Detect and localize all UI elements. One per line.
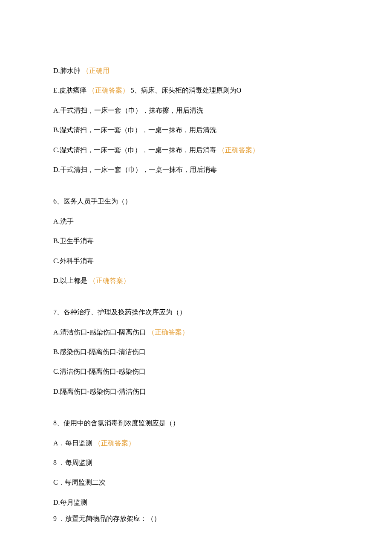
spacer: [53, 185, 339, 197]
q7-option-b: B.感染伤口-隔离伤口-清洁伤口: [53, 347, 339, 357]
q7-option-a: A.清洁伤口-感染伤口-隔离伤口 （正确答案）: [53, 328, 339, 337]
option-text: C.清洁伤口-隔离伤口-感染伤口: [53, 368, 146, 375]
q8-option-b: 8 ．每周监测: [53, 458, 339, 468]
option-text: A．每日监测: [53, 439, 94, 447]
question-7: 7、各种治疗、护理及换药操作次序应为（）: [53, 308, 339, 317]
option-text: B.湿式清扫，一床一套（巾），一桌一抹布，用后清洗: [53, 126, 216, 134]
q5-option-c: C.湿式清扫，一床一套（巾），一桌一抹布，用后消毒 （正确答案）: [53, 145, 339, 155]
correct-answer-label: （正确答案）: [89, 277, 130, 284]
option-text: D.以上都是: [53, 277, 89, 284]
spacer: [53, 296, 339, 308]
option-text: D.每月监测: [53, 499, 87, 506]
question-8: 8、使用中的含氯消毒剂浓度监测应是（）: [53, 418, 339, 428]
option-text: D.肺水肿: [53, 67, 82, 74]
spacer: [53, 407, 339, 418]
q8-option-c: C．每周监测二次: [53, 478, 339, 487]
q8-option-a: A．每日监测 （正确答案）: [53, 439, 339, 448]
q8-option-d: D.每月监测: [53, 498, 339, 507]
option-text: B.感染伤口-隔离伤口-清洁伤口: [53, 348, 146, 355]
option-text: A.清洁伤口-感染伤口-隔离伤口: [53, 328, 148, 336]
document-page: D.肺水肿 （正确用 E.皮肤瘙痒 （正确答案） 5、病床、床头柜的消毒处理原则…: [0, 0, 392, 555]
question-text: 9 ．放置无菌物品的存放架应：（）: [53, 515, 161, 522]
option-text: B.卫生手消毒: [53, 237, 94, 244]
question-5-text: 5、病床、床头柜的消毒处理原则为O: [129, 87, 242, 94]
option-text: C.外科手消毒: [53, 257, 94, 264]
question-9: 9 ．放置无菌物品的存放架应：（）: [53, 514, 339, 523]
correct-answer-label: （正确答案）: [94, 439, 135, 447]
option-text: D.干式清扫，一床一套（巾），一桌一抹布，用后消毒: [53, 166, 217, 173]
correct-answer-label: （正确答案）: [218, 146, 259, 154]
q6-option-a: A.洗手: [53, 217, 339, 226]
q5-option-b: B.湿式清扫，一床一套（巾），一桌一抹布，用后清洗: [53, 125, 339, 135]
q7-option-c: C.清洁伤口-隔离伤口-感染伤口: [53, 367, 339, 376]
q6-option-d: D.以上都是 （正确答案）: [53, 276, 339, 285]
question-6: 6、医务人员手卫生为（）: [53, 197, 339, 206]
correct-answer-label: （正确答案）: [148, 328, 189, 336]
option-d-line: D.肺水肿 （正确用: [53, 66, 339, 76]
correct-answer-label: （正确答案）: [88, 87, 129, 94]
correct-answer-label: （正确用: [82, 67, 110, 74]
option-text: C.湿式清扫，一床一套（巾），一桌一抹布，用后消毒: [53, 146, 218, 154]
option-text: A.洗手: [53, 218, 74, 225]
q7-option-d: D.隔离伤口-感染伤口-清洁伤口: [53, 387, 339, 396]
option-text: D.隔离伤口-感染伤口-清洁伤口: [53, 388, 146, 395]
question-text: 8、使用中的含氯消毒剂浓度监测应是（）: [53, 419, 179, 427]
q5-option-d: D.干式清扫，一床一套（巾），一桌一抹布，用后消毒: [53, 165, 339, 174]
question-text: 6、医务人员手卫生为（）: [53, 198, 132, 205]
option-text: A.干式清扫，一床一套（巾），抹布擦，用后清洗: [53, 107, 203, 114]
q6-option-c: C.外科手消毒: [53, 256, 339, 266]
option-e-line: E.皮肤瘙痒 （正确答案） 5、病床、床头柜的消毒处理原则为O: [53, 86, 339, 95]
question-text: 7、各种治疗、护理及换药操作次序应为（）: [53, 308, 186, 316]
option-text: 8 ．每周监测: [53, 459, 92, 466]
q6-option-b: B.卫生手消毒: [53, 236, 339, 246]
option-text: C．每周监测二次: [53, 479, 106, 486]
q5-option-a: A.干式清扫，一床一套（巾），抹布擦，用后清洗: [53, 106, 339, 115]
option-text: E.皮肤瘙痒: [53, 87, 88, 94]
